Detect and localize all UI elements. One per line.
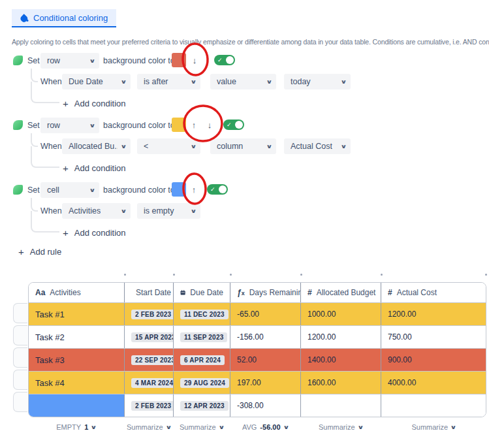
cell-actual-cost[interactable] — [381, 394, 486, 417]
rule2-field-select[interactable]: Allocated Bu... ∨ — [62, 138, 131, 154]
cell-allocated-budget[interactable]: 1400.00 — [301, 349, 381, 371]
set-label: Set — [27, 182, 40, 198]
column-header-due-date[interactable]: Due Date — [174, 283, 230, 302]
cell-activities[interactable] — [29, 394, 125, 417]
table-row: 2 FEB 2023 12 APR 2023 -308.00 — [29, 394, 486, 417]
column-header-start-date[interactable]: Start Date — [125, 283, 174, 302]
rule1-value-select[interactable]: today ∨ — [284, 74, 351, 89]
cell-days-remaining[interactable]: -65.00 — [230, 303, 301, 325]
table-row: Task #4 4 MAR 2024 29 AUG 2024 197.00 16… — [29, 372, 486, 394]
rule-drag-handle-icon[interactable] — [13, 120, 23, 130]
move-down-icon[interactable]: ↓ — [204, 118, 215, 133]
cell-days-remaining[interactable]: -308.00 — [230, 394, 301, 417]
cell-due-date[interactable]: 11 DEC 2023 — [174, 303, 230, 325]
add-condition-button[interactable]: + Add condition — [63, 227, 126, 238]
rule2-target-select[interactable]: row ∨ — [40, 118, 99, 133]
summarize-menu[interactable]: Summarize ∨ — [124, 421, 173, 434]
add-condition-label: Add condition — [74, 163, 126, 173]
date-chip: 11 DEC 2023 — [180, 310, 229, 319]
column-resize-handle[interactable] — [485, 274, 487, 276]
chevron-down-icon: ∨ — [190, 79, 197, 85]
cell-activities[interactable]: Task #1 — [29, 303, 125, 325]
tab-conditional-coloring[interactable]: Conditional coloring — [12, 9, 116, 27]
rule2-color-swatch[interactable] — [172, 118, 186, 132]
cell-due-date[interactable]: 6 APR 2024 — [174, 349, 230, 371]
cell-activities[interactable]: Task #3 — [29, 349, 125, 371]
cell-activities[interactable]: Task #4 — [29, 372, 125, 394]
column-resize-handle[interactable] — [381, 274, 383, 276]
rule2-compare-select[interactable]: column ∨ — [210, 138, 276, 154]
rule1-compare-select[interactable]: value ∨ — [210, 74, 276, 89]
rule-drag-handle-icon[interactable] — [13, 56, 23, 65]
column-resize-handle[interactable] — [124, 274, 126, 276]
background-color-to-label: background color to — [103, 53, 175, 69]
rule2-value-select[interactable]: Actual Cost ∨ — [284, 138, 351, 154]
row-handle[interactable] — [13, 347, 27, 368]
rule1-color-swatch[interactable] — [172, 53, 186, 67]
rule3-enabled-toggle[interactable]: ✓ — [207, 184, 228, 195]
rule3-target-select[interactable]: cell ∨ — [40, 182, 99, 198]
cell-activities[interactable]: Task #2 — [29, 326, 125, 348]
rule1-target-select[interactable]: row ∨ — [40, 53, 99, 69]
add-condition-label: Add condition — [74, 99, 126, 108]
summarize-menu[interactable]: Summarize ∨ — [381, 421, 486, 434]
cell-start-date[interactable]: 2 FEB 2023 — [125, 394, 174, 417]
cell-allocated-budget[interactable]: 1200.00 — [301, 326, 381, 348]
cell-due-date[interactable]: 29 AUG 2024 — [174, 372, 230, 394]
column-header-activities[interactable]: Aa Activities — [29, 283, 125, 302]
rule1-operator-select[interactable]: is after ∨ — [137, 74, 200, 89]
rule3-field-select[interactable]: Activities ∨ — [62, 203, 131, 219]
add-condition-button[interactable]: + Add condition — [63, 163, 126, 173]
column-header-days-remaining[interactable]: ƒx Days Remaining — [230, 283, 301, 302]
cell-days-remaining[interactable]: -156.00 — [230, 326, 301, 348]
cell-due-date[interactable]: 11 SEP 2023 — [174, 326, 230, 348]
toggle-knob — [226, 56, 234, 64]
cell-start-date[interactable]: 15 APR 2023 — [125, 326, 174, 348]
column-label: Activities — [50, 288, 80, 297]
move-down-icon[interactable]: ↓ — [189, 54, 200, 68]
column-header-allocated-budget[interactable]: # Allocated Budget — [301, 283, 381, 302]
tree-connector — [31, 198, 38, 212]
cell-actual-cost[interactable]: 900.00 — [381, 349, 486, 371]
row-handle[interactable] — [13, 370, 27, 390]
cell-actual-cost[interactable]: 750.00 — [381, 326, 486, 348]
rule1-field-select[interactable]: Due Date ∨ — [62, 74, 131, 89]
date-chip: 15 APR 2023 — [131, 332, 174, 342]
rule3-operator-select[interactable]: is empty ∨ — [137, 203, 200, 219]
cell-start-date[interactable]: 4 MAR 2024 — [125, 372, 174, 394]
cell-start-date[interactable]: 2 FEB 2023 — [125, 303, 174, 325]
summarize-menu[interactable]: Summarize ∨ — [173, 421, 230, 434]
rule2-enabled-toggle[interactable]: ✓ — [223, 120, 244, 130]
rule-drag-handle-icon[interactable] — [13, 185, 23, 195]
summarize-avg[interactable]: AVG -56.00 ∨ — [230, 421, 300, 434]
rule1-enabled-toggle[interactable]: ✓ — [214, 55, 235, 65]
column-header-actual-cost[interactable]: # Actual Cost — [381, 283, 486, 302]
cell-days-remaining[interactable]: 52.00 — [230, 349, 301, 371]
rule3-color-swatch[interactable] — [172, 182, 186, 197]
cell-due-date[interactable]: 12 APR 2023 — [174, 394, 230, 417]
row-handle[interactable] — [13, 325, 27, 345]
cell-actual-cost[interactable]: 1200.00 — [381, 303, 486, 325]
cell-days-remaining[interactable]: 197.00 — [230, 372, 301, 394]
row-handle[interactable] — [13, 392, 27, 412]
move-up-icon[interactable]: ↑ — [189, 183, 199, 197]
cell-start-date[interactable]: 22 SEP 2023 — [125, 349, 174, 371]
summarize-menu[interactable]: Summarize ∨ — [300, 421, 381, 434]
formula-icon: ƒx — [237, 288, 245, 297]
add-rule-button[interactable]: + Add rule — [18, 246, 61, 257]
column-resize-handle[interactable] — [230, 274, 232, 276]
cell-allocated-budget[interactable] — [301, 394, 381, 417]
date-chip: 2 FEB 2023 — [131, 401, 174, 411]
cell-allocated-budget[interactable]: 1000.00 — [301, 303, 381, 325]
column-resize-handle[interactable] — [173, 274, 175, 276]
summarize-empty-count[interactable]: EMPTY 1 ∨ — [28, 421, 124, 434]
column-resize-handle[interactable] — [300, 274, 302, 276]
rule2-operator-select[interactable]: < ∨ — [137, 138, 200, 154]
row-handle[interactable] — [13, 303, 27, 323]
cell-actual-cost[interactable]: 4000.00 — [381, 372, 486, 394]
add-condition-button[interactable]: + Add condition — [63, 98, 126, 108]
chevron-down-icon: ∨ — [450, 424, 456, 430]
chevron-down-icon: ∨ — [340, 144, 347, 150]
cell-allocated-budget[interactable]: 1600.00 — [301, 372, 381, 394]
move-up-icon[interactable]: ↑ — [189, 118, 199, 133]
